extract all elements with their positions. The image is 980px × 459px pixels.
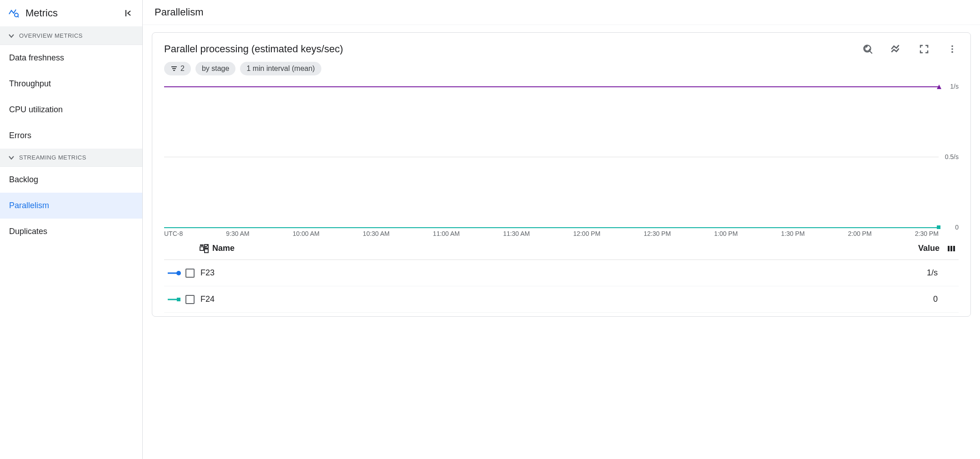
- svg-marker-11: [937, 85, 941, 89]
- nav-errors[interactable]: Errors: [0, 123, 142, 149]
- nav-parallelism[interactable]: Parallelism: [0, 193, 142, 219]
- nav-backlog[interactable]: Backlog: [0, 167, 142, 193]
- series-marker-f24: [936, 225, 941, 230]
- page-title: Parallelism: [143, 0, 980, 25]
- x-tick: 2:30 PM: [915, 230, 939, 237]
- filter-chip[interactable]: 2: [164, 62, 191, 75]
- legend-col-value[interactable]: Value: [918, 244, 940, 253]
- series-value: 0: [929, 294, 956, 304]
- svg-rect-16: [205, 249, 208, 253]
- metrics-icon: [8, 8, 19, 19]
- chart-plot[interactable]: 1/s 0.5/s 0: [164, 86, 959, 227]
- x-tick: 12:00 PM: [573, 230, 600, 237]
- svg-rect-19: [953, 246, 955, 251]
- nav-duplicates[interactable]: Duplicates: [0, 219, 142, 244]
- svg-rect-23: [177, 298, 180, 301]
- svg-point-5: [951, 45, 953, 47]
- chip-row: 2 by stage 1 min interval (mean): [164, 62, 959, 75]
- x-tick: 1:30 PM: [781, 230, 805, 237]
- series-value: 1/s: [927, 268, 956, 278]
- legend-col-name[interactable]: Name: [212, 244, 235, 253]
- svg-rect-14: [200, 244, 204, 246]
- toggle-legend-button[interactable]: [890, 43, 902, 55]
- chart-title: Parallel processing (estimated keys/sec): [164, 43, 343, 55]
- series-checkbox[interactable]: [182, 269, 198, 278]
- x-tick: 1:00 PM: [714, 230, 738, 237]
- chevron-down-icon: [8, 155, 15, 161]
- x-tick: 2:00 PM: [848, 230, 871, 237]
- svg-point-7: [951, 51, 953, 53]
- main-content: Parallelism Parallel processing (estimat…: [143, 0, 980, 459]
- legend-row-f23[interactable]: F23 1/s: [164, 260, 959, 286]
- svg-line-1: [18, 16, 19, 17]
- x-tick: 10:30 AM: [363, 230, 390, 237]
- timezone-label: UTC-8: [164, 230, 183, 237]
- legend-row-f24[interactable]: F24 0: [164, 286, 959, 313]
- svg-rect-18: [950, 246, 952, 251]
- series-marker-f23: [936, 84, 941, 89]
- series-swatch: [167, 270, 182, 276]
- series-name: F24: [200, 294, 929, 304]
- interval-chip[interactable]: 1 min interval (mean): [240, 62, 321, 75]
- nav-data-freshness[interactable]: Data freshness: [0, 45, 142, 71]
- svg-point-6: [951, 48, 953, 50]
- chevron-down-icon: [8, 33, 15, 39]
- x-tick: 12:30 PM: [644, 230, 671, 237]
- section-overview-metrics[interactable]: OVERVIEW METRICS: [0, 27, 142, 45]
- svg-rect-13: [200, 247, 204, 250]
- sidebar: Metrics OVERVIEW METRICS Data freshness …: [0, 0, 143, 459]
- collapse-sidebar-button[interactable]: [123, 8, 134, 19]
- y-tick: 0: [955, 224, 959, 231]
- svg-point-21: [176, 271, 181, 275]
- svg-point-0: [15, 13, 18, 17]
- section-streaming-metrics[interactable]: STREAMING METRICS: [0, 149, 142, 167]
- x-tick: 10:00 AM: [293, 230, 320, 237]
- columns-icon[interactable]: [947, 244, 956, 253]
- section-label: OVERVIEW METRICS: [19, 32, 83, 39]
- series-name: F23: [200, 268, 927, 278]
- chart-card: Parallel processing (estimated keys/sec): [152, 32, 971, 317]
- svg-rect-12: [937, 225, 940, 229]
- y-tick: 1/s: [950, 83, 959, 90]
- legend-header: Name Value: [164, 237, 959, 260]
- more-options-button[interactable]: [946, 43, 959, 55]
- select-all-icon[interactable]: [200, 244, 209, 253]
- sidebar-header: Metrics: [0, 0, 142, 27]
- sidebar-title: Metrics: [25, 7, 117, 19]
- group-by-chip[interactable]: by stage: [195, 62, 235, 75]
- series-swatch: [167, 297, 182, 302]
- nav-cpu-utilization[interactable]: CPU utilization: [0, 97, 142, 123]
- filter-count: 2: [180, 65, 185, 73]
- x-tick: 11:00 AM: [433, 230, 460, 237]
- y-tick: 0.5/s: [945, 153, 959, 160]
- x-axis: UTC-8 9:30 AM 10:00 AM 10:30 AM 11:00 AM…: [164, 230, 959, 237]
- x-tick: 9:30 AM: [226, 230, 249, 237]
- svg-line-4: [870, 51, 872, 53]
- series-line-f24: [164, 227, 939, 228]
- chart-toolbar: [861, 43, 959, 55]
- series-line-f23: [164, 86, 939, 87]
- fullscreen-button[interactable]: [918, 43, 930, 55]
- svg-rect-17: [948, 246, 950, 251]
- series-checkbox[interactable]: [182, 295, 198, 304]
- x-tick: 11:30 AM: [503, 230, 530, 237]
- nav-throughput[interactable]: Throughput: [0, 71, 142, 97]
- filter-icon: [170, 65, 178, 72]
- reset-zoom-button[interactable]: [861, 43, 874, 55]
- section-label: STREAMING METRICS: [19, 154, 86, 161]
